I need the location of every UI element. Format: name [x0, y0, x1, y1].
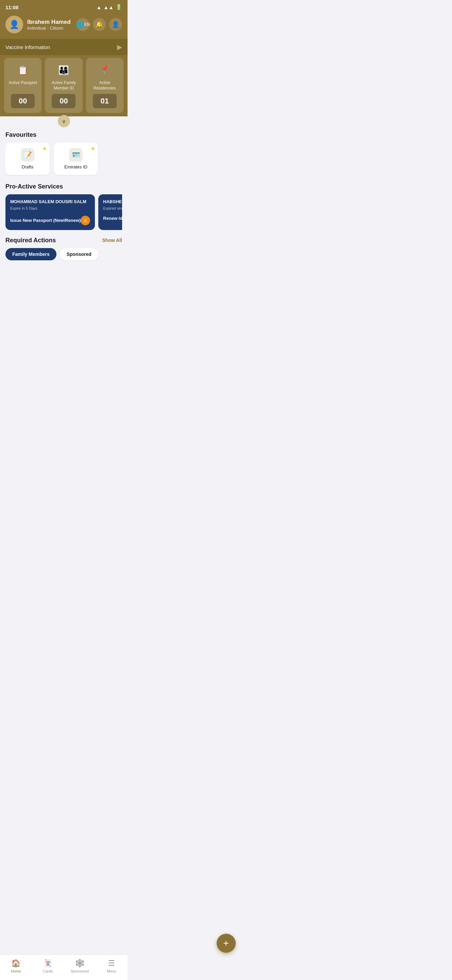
residency-label: Active Residencies	[89, 80, 120, 91]
header-text: Ibrahem Hamed Individual - Citizen	[27, 19, 73, 30]
service-expiry-0: Expire in 5 Days	[10, 206, 90, 210]
family-label: Active Family Member ID	[48, 80, 79, 91]
favourites-row: ★ 📝 Drafts ★ 🪪 Emirates ID	[5, 143, 122, 176]
emirates-id-icon: 🪪	[69, 148, 82, 162]
service-action-1: Renew Id	[103, 216, 122, 221]
language-button[interactable]: 🌐 EN	[76, 18, 89, 31]
fav-card-emirates-id[interactable]: ★ 🪪 Emirates ID	[54, 143, 98, 175]
stat-card-family[interactable]: 👨‍👩‍👦 Active Family Member ID 00	[45, 58, 82, 113]
service-expiry-1: Expired since 1 Month	[103, 206, 122, 210]
pro-active-services-section: Pro-Active Services MOHAMMAD SALEM DOUSR…	[5, 183, 122, 230]
main-content: Favourites ★ 📝 Drafts ★ 🪪 Emirates ID Pr…	[0, 127, 127, 264]
user-name: Ibrahem Hamed	[27, 19, 73, 25]
required-actions-title: Required Actions	[5, 237, 56, 244]
chevron-down-icon: ∨	[62, 118, 66, 124]
residency-icon: 📍	[97, 63, 112, 78]
header: 👤 Ibrahem Hamed Individual - Citizen 🌐 E…	[0, 13, 127, 39]
tab-family-members[interactable]: Family Members	[5, 248, 57, 260]
service-action-text-0: Issue New Passport (New\Renew)	[10, 218, 81, 223]
fav-card-drafts[interactable]: ★ 📝 Drafts	[5, 143, 50, 175]
drafts-label: Drafts	[22, 164, 34, 169]
tab-sponsored[interactable]: Sponsored	[60, 248, 98, 260]
emirates-id-label: Emirates ID	[64, 164, 87, 169]
avatar: 👤	[5, 16, 23, 33]
vaccine-banner[interactable]: Vaccine Information ▶	[0, 39, 127, 55]
notifications-button[interactable]: 🔔	[93, 18, 106, 31]
passport-value: 00	[11, 94, 35, 108]
wifi-icon: ▲	[96, 5, 102, 10]
status-bar: 11:08 ▲ ▲▲ 🔋	[0, 0, 127, 13]
passport-icon: 📋	[15, 63, 30, 78]
passport-label: Active Passport	[8, 80, 37, 91]
service-name-1: HABSHEH	[103, 199, 122, 205]
warning-icon-0: ⚠	[81, 216, 90, 225]
user-role: Individual - Citizen	[27, 25, 73, 30]
status-time: 11:08	[5, 5, 18, 10]
unpin-emirates-icon[interactable]: ★	[90, 145, 95, 152]
residency-value: 01	[93, 94, 117, 108]
status-icons: ▲ ▲▲ 🔋	[96, 4, 122, 10]
service-card-renew-id[interactable]: HABSHEH Expired since 1 Month Renew Id	[98, 194, 122, 230]
service-action-0: Issue New Passport (New\Renew) ⚠	[10, 216, 90, 225]
service-card-passport[interactable]: MOHAMMAD SALEM DOUSRI SALM Expire in 5 D…	[5, 194, 95, 230]
avatar-emoji: 👤	[9, 20, 19, 29]
collapse-circle-icon[interactable]: ∨	[58, 115, 70, 127]
globe-icon: 🌐	[76, 21, 84, 28]
services-row: MOHAMMAD SALEM DOUSRI SALM Expire in 5 D…	[5, 194, 122, 230]
lang-label: EN	[84, 22, 90, 27]
profile-button[interactable]: 👤	[109, 18, 122, 31]
service-action-text-1: Renew Id	[103, 216, 122, 221]
collapse-handle[interactable]: ∨	[0, 116, 127, 127]
favourites-title: Favourites	[5, 131, 122, 138]
service-name-0: MOHAMMAD SALEM DOUSRI SALM	[10, 199, 90, 205]
signal-icon: ▲▲	[103, 5, 114, 10]
pro-active-services-title: Pro-Active Services	[5, 183, 122, 190]
vaccine-arrow-icon: ▶	[117, 43, 122, 51]
header-icons: 🌐 EN 🔔 👤	[76, 18, 122, 31]
stats-section: 📋 Active Passport 00 👨‍👩‍👦 Active Family…	[0, 55, 127, 123]
family-value: 00	[52, 94, 76, 108]
user-icon: 👤	[112, 21, 119, 28]
required-actions-header: Required Actions Show All	[5, 237, 122, 244]
required-actions-section: Required Actions Show All Family Members…	[5, 237, 122, 260]
drafts-icon: 📝	[21, 148, 34, 162]
battery-icon: 🔋	[116, 4, 122, 10]
unpin-drafts-icon[interactable]: ★	[42, 145, 47, 152]
required-actions-tabs: Family Members Sponsored	[5, 248, 122, 260]
family-icon: 👨‍👩‍👦	[56, 63, 71, 78]
stat-card-residency[interactable]: 📍 Active Residencies 01	[86, 58, 124, 113]
bell-icon: 🔔	[95, 21, 103, 28]
vaccine-text: Vaccine Information	[5, 44, 50, 50]
show-all-button[interactable]: Show All	[102, 237, 122, 243]
stat-card-passport[interactable]: 📋 Active Passport 00	[4, 58, 41, 113]
